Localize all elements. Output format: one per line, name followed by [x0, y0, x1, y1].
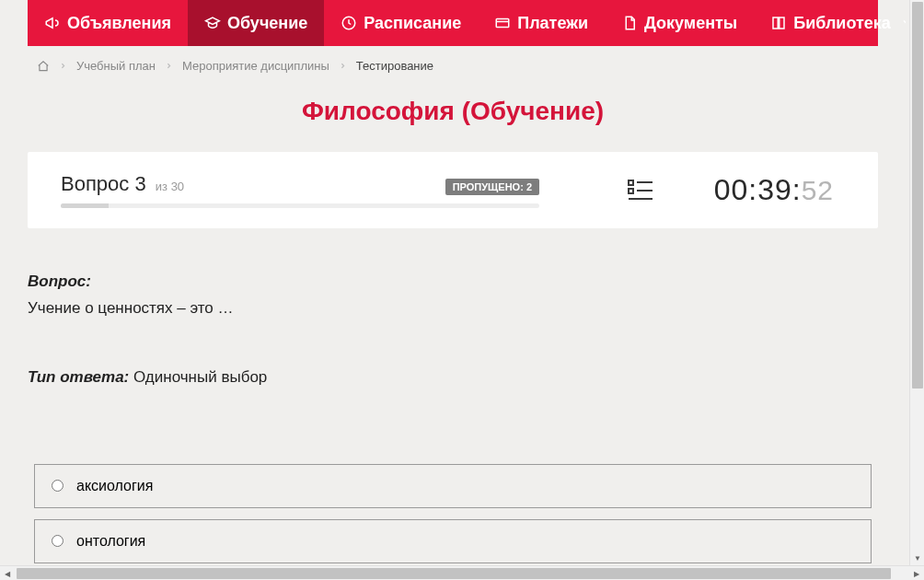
page-title: Философия (Обучение)	[28, 97, 878, 126]
answer-type-label: Тип ответа:	[28, 368, 129, 386]
progress-bar	[61, 203, 539, 208]
nav-announcements[interactable]: Объявления	[28, 0, 188, 46]
scroll-right-arrow[interactable]: ▶	[909, 566, 924, 580]
nav-label: Библиотека	[793, 14, 891, 33]
option-radio[interactable]	[52, 480, 64, 492]
chevron-right-icon	[59, 60, 67, 73]
nav-label: Платежи	[517, 14, 588, 33]
option-radio[interactable]	[52, 535, 64, 547]
nav-learning[interactable]: Обучение	[188, 0, 324, 46]
doc-icon	[621, 15, 638, 31]
book-icon	[770, 15, 787, 31]
question-number: Вопрос 3 из 30	[61, 172, 184, 196]
svg-rect-1	[496, 19, 509, 28]
scroll-down-arrow[interactable]: ▼	[910, 551, 924, 565]
option-label: онтология	[76, 533, 145, 550]
card-icon	[494, 15, 511, 31]
chevron-right-icon	[339, 60, 347, 73]
graduation-icon	[204, 15, 221, 31]
nav-label: Расписание	[364, 14, 461, 33]
clock-icon	[341, 15, 357, 31]
megaphone-icon	[44, 15, 61, 31]
scroll-left-arrow[interactable]: ◀	[0, 566, 15, 580]
home-icon[interactable]	[37, 60, 50, 73]
nav-payments[interactable]: Платежи	[478, 0, 605, 46]
nav-documents[interactable]: Документы	[605, 0, 754, 46]
question-text: Учение о ценностях – это …	[28, 296, 878, 320]
horizontal-scrollbar[interactable]: ◀ ▶	[0, 565, 924, 580]
progress-fill	[61, 203, 109, 208]
skipped-badge: ПРОПУЩЕНО: 2	[445, 179, 539, 195]
vertical-scrollbar[interactable]: ▼	[909, 0, 924, 565]
option-item[interactable]: онтология	[34, 519, 872, 563]
question-block: Вопрос: Учение о ценностях – это … Тип о…	[28, 269, 878, 418]
scrollbar-thumb[interactable]	[17, 568, 891, 579]
status-panel: Вопрос 3 из 30 ПРОПУЩЕНО: 2	[28, 152, 878, 228]
breadcrumb-link[interactable]: Мероприятие дисциплины	[182, 59, 329, 73]
breadcrumb-link[interactable]: Учебный план	[76, 59, 156, 73]
svg-rect-2	[629, 180, 633, 185]
scrollbar-thumb[interactable]	[912, 2, 923, 389]
nav-label: Документы	[644, 14, 737, 33]
nav-library[interactable]: Библиотека	[754, 0, 906, 46]
chevron-right-icon	[165, 60, 173, 73]
nav-schedule[interactable]: Расписание	[324, 0, 478, 46]
chevron-down-icon	[901, 17, 906, 30]
breadcrumb-current: Тестирование	[356, 59, 433, 73]
answer-type-value: Одиночный выбор	[133, 368, 267, 386]
breadcrumb: Учебный план Мероприятие дисциплины Тест…	[28, 46, 878, 86]
question-label: Вопрос:	[28, 273, 91, 290]
options-list: аксиология онтология гносеология (эписте…	[28, 464, 878, 565]
nav-label: Объявления	[67, 14, 171, 33]
timer: 00:39:52	[687, 173, 834, 207]
top-nav: Объявления Обучение Расписание Платежи	[28, 0, 878, 46]
question-list-icon[interactable]	[628, 179, 653, 203]
nav-label: Обучение	[227, 14, 307, 33]
question-total: из 30	[156, 180, 184, 193]
option-item[interactable]: аксиология	[34, 464, 872, 508]
svg-rect-4	[629, 189, 633, 193]
option-label: аксиология	[76, 478, 153, 494]
